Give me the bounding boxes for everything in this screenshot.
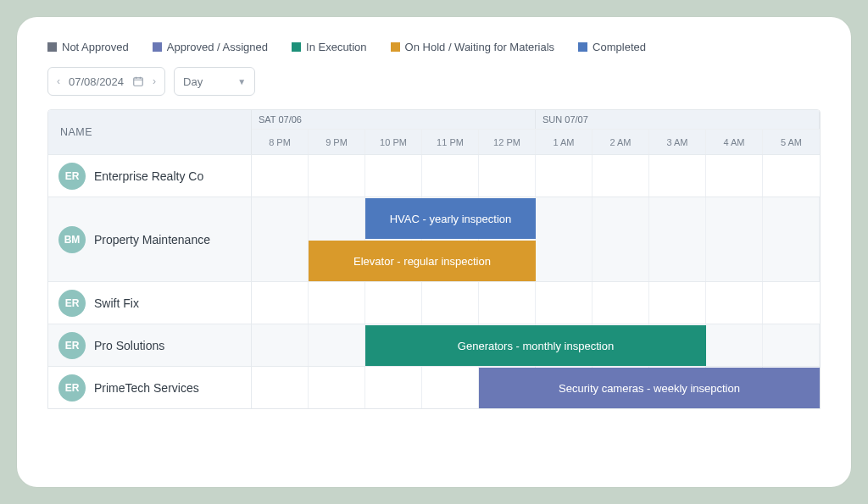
name-cell: ERSwift Fix	[48, 282, 252, 324]
hour-cell: 5 AM	[763, 130, 820, 154]
avatar: ER	[58, 163, 86, 190]
avatar: ER	[58, 332, 86, 359]
legend-swatch	[391, 42, 400, 52]
grid-cell	[422, 155, 479, 197]
task-bar[interactable]: Generators - monthly inspection	[365, 325, 706, 366]
task-bar[interactable]: Security cameras - weekly insepction	[479, 368, 820, 408]
legend-swatch	[292, 42, 301, 52]
grid-cell	[422, 282, 479, 324]
hour-cell: 9 PM	[309, 130, 365, 154]
controls-row: ‹ 07/08/2024 › Day ▼	[47, 67, 821, 96]
legend-item: In Execution	[292, 41, 367, 53]
time-column-header: SAT 07/06SUN 07/07 8 PM9 PM10 PM11 PM12 …	[252, 110, 820, 154]
grid-cell	[763, 155, 820, 197]
grid-cell	[252, 197, 309, 281]
grid-cell	[763, 197, 820, 281]
grid-cell	[593, 197, 649, 281]
timeline-lane: Generators - monthly inspection	[252, 324, 820, 366]
scheduler-card: Not ApprovedApproved / AssignedIn Execut…	[17, 17, 851, 487]
grid-cell	[252, 155, 309, 197]
timeline-lane	[252, 155, 820, 197]
timeline-lane: HVAC - yearly inspectionElevator - regul…	[252, 197, 820, 281]
grid-cell	[706, 197, 763, 281]
hour-cell: 8 PM	[252, 130, 309, 154]
schedule-row: BMProperty MaintenanceHVAC - yearly insp…	[48, 197, 820, 281]
name-cell: BMProperty Maintenance	[48, 197, 252, 281]
chevron-down-icon: ▼	[237, 77, 246, 86]
grid-cell	[365, 155, 422, 197]
svg-rect-0	[134, 78, 143, 86]
date-picker[interactable]: ‹ 07/08/2024 ›	[47, 67, 165, 96]
grid-cell	[309, 155, 365, 197]
row-name: Pro Solutions	[94, 339, 164, 352]
legend-label: In Execution	[306, 41, 367, 53]
calendar-icon	[132, 75, 144, 87]
grid-cell	[365, 367, 422, 408]
avatar: BM	[58, 226, 86, 253]
hour-cell: 4 AM	[706, 130, 763, 154]
date-value: 07/08/2024	[69, 75, 124, 88]
legend-swatch	[578, 42, 587, 52]
name-header-label: NAME	[60, 126, 92, 138]
row-name: PrimeTech Services	[94, 381, 199, 395]
schedule-row: ERPrimeTech ServicesSecurity cameras - w…	[48, 366, 820, 408]
hour-cell: 11 PM	[422, 130, 479, 154]
grid-cell	[536, 197, 593, 281]
schedule-row: ERPro SolutionsGenerators - monthly insp…	[48, 324, 820, 366]
grid-cell	[422, 367, 479, 408]
grid-cell	[252, 324, 309, 366]
grid-cell	[593, 282, 649, 324]
grid-cell	[479, 155, 536, 197]
day-segments: SAT 07/06SUN 07/07	[252, 110, 820, 129]
task-bar[interactable]: Elevator - regular inspection	[309, 241, 536, 281]
grid-cell	[309, 367, 365, 408]
legend-label: Not Approved	[62, 41, 129, 53]
name-cell: EREnterprise Realty Co	[48, 155, 252, 197]
grid-cell	[309, 282, 365, 324]
grid-cell	[252, 367, 309, 408]
legend-item: Completed	[578, 41, 646, 53]
legend-label: Completed	[593, 41, 646, 53]
row-name: Enterprise Realty Co	[94, 169, 203, 183]
grid-cell	[649, 282, 706, 324]
grid-cell	[536, 155, 593, 197]
grid-cell	[365, 282, 422, 324]
avatar: ER	[58, 374, 86, 402]
timeline-lane	[252, 282, 820, 324]
grid-cell	[763, 282, 820, 324]
chevron-left-icon[interactable]: ‹	[57, 75, 60, 87]
avatar: ER	[58, 290, 86, 317]
schedule-table: NAME SAT 07/06SUN 07/07 8 PM9 PM10 PM11 …	[47, 109, 821, 409]
legend-label: Approved / Assigned	[167, 41, 268, 53]
legend-item: Approved / Assigned	[153, 41, 268, 53]
hour-cell: 2 AM	[593, 130, 649, 154]
view-select[interactable]: Day ▼	[174, 67, 255, 96]
task-bar[interactable]: HVAC - yearly inspection	[365, 198, 536, 239]
legend-item: Not Approved	[47, 41, 129, 53]
legend-swatch	[47, 42, 57, 52]
schedule-row: ERSwift Fix	[48, 281, 820, 324]
timeline-lane: Security cameras - weekly insepction	[252, 367, 820, 408]
name-cell: ERPro Solutions	[48, 324, 252, 366]
grid-cell	[479, 282, 536, 324]
grid-cell	[706, 155, 763, 197]
grid-cell	[649, 197, 706, 281]
schedule-body: EREnterprise Realty CoBMProperty Mainten…	[48, 154, 820, 408]
hour-cell: 1 AM	[536, 130, 593, 154]
grid-cell	[763, 324, 820, 366]
row-name: Swift Fix	[94, 296, 139, 310]
grid-cell	[593, 155, 649, 197]
hour-cell: 3 AM	[649, 130, 706, 154]
grid-cell	[252, 282, 309, 324]
grid-cell	[309, 324, 365, 366]
legend: Not ApprovedApproved / AssignedIn Execut…	[47, 41, 821, 53]
chevron-right-icon[interactable]: ›	[153, 75, 156, 87]
day-segment: SUN 07/07	[536, 110, 820, 129]
view-value: Day	[183, 75, 203, 88]
hour-cell: 10 PM	[365, 130, 422, 154]
grid-cell	[649, 155, 706, 197]
row-name: Property Maintenance	[94, 233, 210, 246]
legend-swatch	[153, 42, 162, 52]
hour-row: 8 PM9 PM10 PM11 PM12 PM1 AM2 AM3 AM4 AM5…	[252, 129, 820, 154]
day-segment: SAT 07/06	[252, 110, 536, 129]
